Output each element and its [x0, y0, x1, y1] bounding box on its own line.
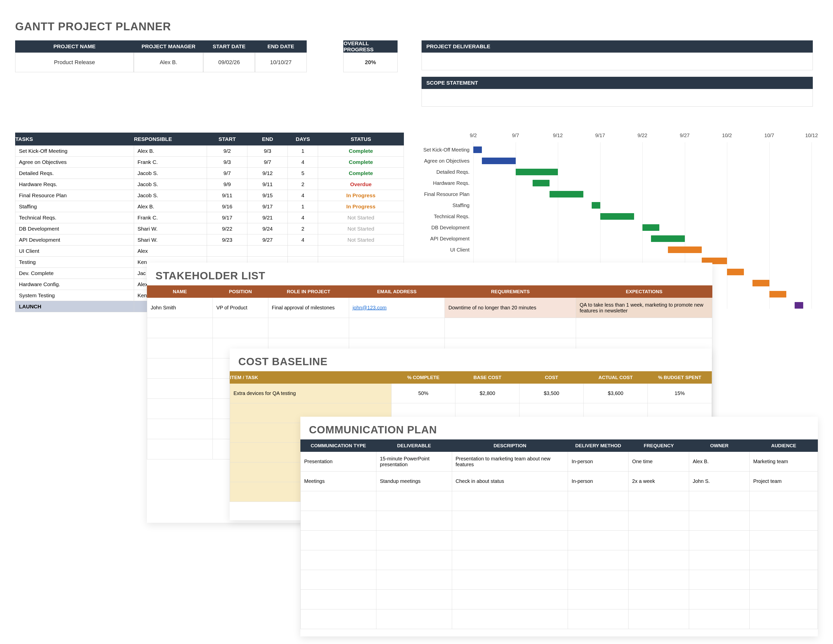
gantt-row: Hardware Reqs. [414, 177, 813, 188]
tasks-col-5: STATUS [318, 133, 404, 145]
task-responsible: Jacob S. [134, 168, 207, 179]
table-row: John SmithVP of ProductFinal approval of… [147, 298, 712, 318]
task-days: 4 [288, 190, 318, 201]
gantt-bar [794, 302, 803, 309]
task-name: Agree on Objectives [15, 156, 134, 168]
axis-tick: 10/7 [764, 133, 774, 138]
table-row: Technical Reqs.Frank C.9/179/214Not Star… [15, 212, 404, 223]
task-name: Testing [15, 257, 134, 268]
task-name: Detailed Reqs. [15, 168, 134, 179]
project-deliverable-value [421, 53, 813, 70]
tasks-col-2: START [207, 133, 248, 145]
gantt-row-label: Final Resource Plan [394, 192, 470, 197]
gantt-row: DB Development [414, 222, 813, 233]
stake-col: REQUIREMENTS [445, 286, 576, 298]
task-status: Complete [318, 145, 404, 156]
gantt-row: Agree on Objectives [414, 155, 813, 166]
task-end: 9/12 [248, 168, 288, 179]
page-title: GANTT PROJECT PLANNER [15, 20, 813, 33]
table-row: StaffingAlex B.9/169/171In Progress [15, 201, 404, 212]
table-row: Set Kick-Off MeetingAlex B.9/29/31Comple… [15, 145, 404, 156]
cost-title: COST BASELINE [238, 356, 712, 368]
gantt-bar [642, 224, 659, 231]
task-start: 9/23 [207, 234, 248, 245]
comm-col: COMMUNICATION TYPE [301, 440, 376, 452]
task-start: 9/9 [207, 179, 248, 190]
comm-col: AUDIENCE [750, 440, 818, 452]
task-responsible: Alex B. [134, 145, 207, 156]
stake-exp: QA to take less than 1 week, marketing t… [576, 298, 712, 318]
comm-freq: One time [629, 452, 689, 472]
cost-col: % COMPLETE [391, 372, 455, 384]
comm-deliv: Standup meetings [376, 472, 452, 491]
tasks-col-1: RESPONSIBLE [134, 133, 207, 145]
task-name: Set Kick-Off Meeting [15, 145, 134, 156]
stake-col: ROLE IN PROJECT [268, 286, 349, 298]
task-end [248, 245, 288, 257]
axis-tick: 10/2 [722, 133, 732, 138]
task-name: UI Client [15, 245, 134, 257]
task-end: 9/3 [248, 145, 288, 156]
task-end: 9/17 [248, 201, 288, 212]
gantt-bar [482, 158, 516, 164]
task-end: 9/21 [248, 212, 288, 223]
task-name: Hardware Reqs. [15, 179, 134, 190]
tasks-col-3: END [248, 133, 288, 145]
table-row [301, 590, 818, 609]
gantt-row: Technical Reqs. [414, 211, 813, 222]
axis-tick: 9/7 [512, 133, 519, 138]
axis-tick: 9/2 [470, 133, 477, 138]
task-name: System Testing [15, 290, 134, 301]
gantt-row-label: Staffing [394, 203, 470, 208]
gantt-row-label: DB Development [394, 225, 470, 230]
task-start: 9/2 [207, 145, 248, 156]
comm-aud: Marketing team [750, 452, 818, 472]
task-start: 9/16 [207, 201, 248, 212]
task-status: Not Started [318, 212, 404, 223]
task-responsible: Jacob S. [134, 190, 207, 201]
comm-owner: Alex B. [689, 452, 750, 472]
cost-col: ACTUAL COST [584, 372, 648, 384]
task-days: 4 [288, 156, 318, 168]
axis-tick: 9/17 [595, 133, 605, 138]
gantt-bar [550, 191, 583, 198]
comm-freq: 2x a week [629, 472, 689, 491]
val-project-manager: Alex B. [134, 53, 203, 72]
task-end: 9/15 [248, 190, 288, 201]
table-row: MeetingsStandup meetingsCheck in about s… [301, 472, 818, 491]
stake-col: EXPECTATIONS [576, 286, 712, 298]
axis-tick: 10/12 [805, 133, 818, 138]
task-responsible: Jacob S. [134, 179, 207, 190]
table-row: Hardware Reqs.Jacob S.9/99/112Overdue [15, 179, 404, 190]
cost-item: Extra devices for QA testing [230, 384, 391, 403]
table-row [301, 570, 818, 590]
table-row: API DevelopmentShari W.9/239/274Not Star… [15, 234, 404, 245]
task-status: Complete [318, 168, 404, 179]
cost-actual: $3,600 [584, 384, 648, 403]
task-status: Complete [318, 156, 404, 168]
table-row [301, 550, 818, 570]
task-end: 9/11 [248, 179, 288, 190]
stake-position: VP of Product [212, 298, 268, 318]
gantt-bar [651, 235, 685, 242]
col-end-date: END DATE [255, 40, 307, 53]
overall-progress: OVERALL PROGRESS 20% [343, 40, 397, 72]
gantt-bar [753, 280, 769, 287]
task-start [207, 245, 248, 257]
scope-statement-label: SCOPE STATEMENT [421, 77, 813, 89]
task-end: 9/27 [248, 234, 288, 245]
cost-col: COST [519, 372, 584, 384]
deliverable-scope: PROJECT DELIVERABLE SCOPE STATEMENT [421, 40, 813, 106]
stake-role: Final approval of milestones [268, 298, 349, 318]
task-responsible: Alex [134, 245, 207, 257]
gantt-bar [473, 147, 482, 153]
task-status [318, 245, 404, 257]
comm-method: In-person [568, 452, 629, 472]
stake-name: John Smith [147, 298, 213, 318]
stake-email[interactable]: john@123.com [349, 298, 445, 318]
table-row: DB DevelopmentShari W.9/229/242Not Start… [15, 223, 404, 234]
task-days: 1 [288, 201, 318, 212]
task-name: Dev. Complete [15, 268, 134, 279]
cost-pct: 50% [391, 384, 455, 403]
task-name: DB Development [15, 223, 134, 234]
